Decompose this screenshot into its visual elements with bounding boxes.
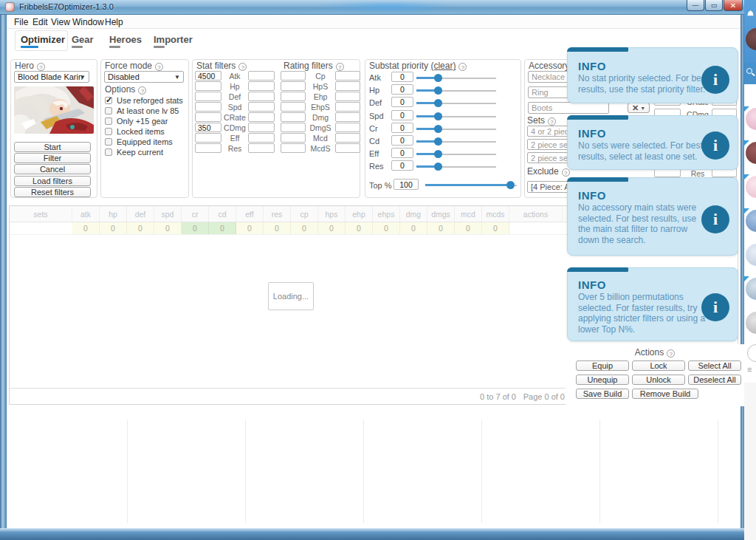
checkbox-icon[interactable]	[105, 128, 112, 135]
column-header-cr[interactable]: cr	[182, 206, 209, 222]
checkbox-icon[interactable]	[105, 148, 112, 156]
select-all-button[interactable]: Select All	[688, 360, 741, 371]
menu-edit[interactable]: Edit	[32, 17, 48, 27]
tab-optimizer[interactable]: Optimizer	[21, 34, 65, 45]
remove-build-button[interactable]: Remove Build	[632, 389, 698, 399]
stat-spd-max-input[interactable]	[248, 102, 275, 112]
substat-atk-slider[interactable]	[416, 72, 496, 84]
rating-mcds-min-input[interactable]	[281, 143, 306, 153]
column-header-mcd[interactable]: mcd	[455, 206, 482, 222]
slider-thumb[interactable]	[434, 99, 442, 107]
rating-dmg-max-input[interactable]	[335, 112, 360, 122]
checkbox-icon[interactable]	[105, 107, 112, 115]
column-header-dmg[interactable]: dmg	[400, 206, 427, 222]
rating-dmgs-min-input[interactable]	[281, 123, 306, 132]
menu-window[interactable]: Window	[72, 17, 104, 27]
toast-stat-priority[interactable]: INFO No stat priority selected. For best…	[567, 47, 738, 103]
rating-hps-min-input[interactable]	[281, 81, 306, 91]
rating-ehps-min-input[interactable]	[281, 102, 306, 112]
column-header-hp[interactable]: hp	[100, 206, 127, 222]
help-icon[interactable]: ?	[562, 168, 570, 177]
background-app-avatar[interactable]	[747, 344, 756, 362]
stat-hp-max-input[interactable]	[248, 81, 275, 91]
slider-thumb[interactable]	[434, 150, 442, 158]
stat-def-min-input[interactable]	[195, 92, 221, 101]
rating-dmgs-max-input[interactable]	[335, 123, 360, 132]
column-header-eff[interactable]: eff	[236, 206, 264, 222]
column-header-res[interactable]: res	[264, 206, 291, 222]
hero-select[interactable]: Blood Blade Karin ▼	[14, 71, 89, 83]
minimize-button[interactable]: —	[687, 0, 704, 11]
slider-thumb[interactable]	[434, 137, 442, 146]
substat-atk-input[interactable]: 0	[391, 72, 413, 82]
help-icon[interactable]: ?	[238, 63, 247, 71]
help-icon[interactable]: ?	[336, 63, 344, 71]
background-app-avatar[interactable]	[746, 244, 756, 266]
rating-mcd-min-input[interactable]	[281, 133, 306, 143]
substat-spd-input[interactable]: 0	[391, 110, 413, 120]
cancel-button[interactable]: Cancel	[14, 164, 91, 174]
stat-cdmg-min-input[interactable]: 350	[195, 123, 221, 132]
deselect-all-button[interactable]: Deselect All	[688, 375, 741, 385]
stat-atk-min-input[interactable]: 4500	[195, 71, 221, 81]
column-header-ehp[interactable]: ehp	[346, 206, 373, 222]
checkbox-icon[interactable]	[105, 97, 112, 104]
slider-thumb[interactable]	[434, 125, 442, 133]
background-app-avatar[interactable]	[746, 312, 756, 334]
toast-permutations[interactable]: INFO Over 5 billion permutations selecte…	[567, 267, 738, 341]
substat-res-input[interactable]: 0	[391, 160, 413, 171]
rating-cp-min-input[interactable]	[281, 71, 306, 81]
stat-res-min-input[interactable]	[195, 143, 221, 153]
stat-crate-min-input[interactable]	[195, 112, 221, 122]
substat-def-input[interactable]: 0	[391, 97, 413, 107]
rating-hps-max-input[interactable]	[335, 81, 360, 91]
reset-filters-button[interactable]: Reset filters	[14, 187, 91, 197]
background-app-avatar[interactable]	[746, 28, 756, 50]
column-header-cp[interactable]: cp	[291, 206, 318, 222]
stat-def-max-input[interactable]	[248, 92, 275, 101]
toast-accessory-main[interactable]: INFO No accessory main stats were select…	[567, 177, 738, 256]
clear-filter-button[interactable]: ✕▼	[628, 103, 650, 113]
force-mode-select[interactable]: Disabled ▼	[104, 71, 184, 83]
checkbox-icon[interactable]	[105, 138, 112, 146]
column-header-mcds[interactable]: mcds	[482, 206, 509, 222]
top-percent-input[interactable]: 100	[394, 179, 419, 190]
rating-mcds-max-input[interactable]	[335, 143, 360, 153]
column-header-ehps[interactable]: ehps	[373, 206, 400, 222]
maximize-button[interactable]: ▭	[705, 0, 723, 11]
unequip-button[interactable]: Unequip	[576, 375, 629, 385]
column-header-cd[interactable]: cd	[209, 206, 236, 222]
rating-mcd-max-input[interactable]	[335, 133, 360, 143]
window-titlebar[interactable]: FribbelsE7Optimizer-1.3.0	[0, 0, 744, 15]
rating-dmg-min-input[interactable]	[281, 112, 306, 122]
bell-icon[interactable]	[747, 10, 754, 17]
column-header-dmgs[interactable]: dmgs	[427, 206, 455, 222]
tab-importer[interactable]: Importer	[154, 34, 193, 45]
help-icon[interactable]: ?	[548, 117, 556, 126]
stat-res-max-input[interactable]	[248, 143, 275, 153]
help-icon[interactable]: ?	[138, 86, 146, 95]
hamburger-menu-icon[interactable]: ≡	[747, 365, 752, 374]
slider-thumb[interactable]	[506, 181, 515, 189]
rating-ehp-max-input[interactable]	[335, 92, 360, 101]
substat-hp-slider[interactable]	[416, 84, 496, 97]
stat-eff-max-input[interactable]	[248, 133, 275, 143]
substat-cd-input[interactable]: 0	[391, 135, 413, 146]
clear-link[interactable]: (clear)	[430, 61, 456, 71]
help-icon[interactable]: ?	[667, 349, 675, 358]
column-header-hps[interactable]: hps	[318, 206, 346, 222]
stat-eff-min-input[interactable]	[195, 133, 221, 143]
column-header-actions[interactable]: actions	[509, 206, 563, 222]
help-icon[interactable]: ?	[155, 63, 163, 71]
column-header-atk[interactable]: atk	[72, 206, 100, 222]
stat-cdmg-max-input[interactable]	[248, 123, 275, 132]
substat-cr-input[interactable]: 0	[391, 123, 413, 133]
substat-res-slider[interactable]	[416, 160, 496, 173]
stat-atk-max-input[interactable]	[248, 71, 275, 81]
substat-def-slider[interactable]	[416, 97, 496, 109]
load-filters-button[interactable]: Load filters	[14, 176, 91, 186]
filter-button[interactable]: Filter	[14, 153, 91, 163]
lock-button[interactable]: Lock	[632, 360, 685, 371]
menu-file[interactable]: File	[14, 17, 28, 27]
slider-thumb[interactable]	[434, 86, 442, 95]
